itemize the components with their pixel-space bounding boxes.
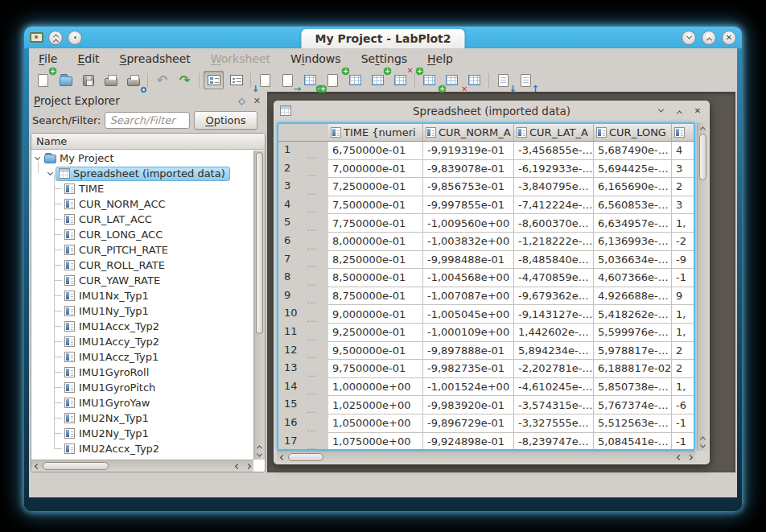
save-project-button[interactable] [78, 71, 98, 89]
cell[interactable]: -9,839078e-01 [423, 160, 514, 179]
cell[interactable]: -9,924898e-01 [423, 433, 514, 452]
row-header[interactable]: 15... [278, 396, 328, 414]
cell[interactable]: -9,896729e-01 [423, 414, 514, 433]
cell[interactable]: -9,998488e-01 [423, 251, 514, 270]
cell[interactable]: 5,084541e-… [594, 433, 672, 452]
cell[interactable]: -7,412224e-… [514, 196, 594, 215]
new-spreadsheet-button[interactable]: + [300, 71, 320, 89]
cell[interactable]: 4,607366e-… [594, 269, 672, 287]
cell[interactable]: 8,250000e-01 [328, 251, 423, 270]
menu-windows[interactable]: Windows [290, 52, 341, 65]
cell[interactable]: 1,050000e+00 [328, 414, 423, 433]
cell[interactable]: -1,000109e+00 [423, 324, 514, 342]
cell[interactable]: -1,003832e+00 [423, 233, 514, 251]
tree-item-column[interactable]: CUR_LONG_ACC [31, 227, 253, 242]
tree-item-column[interactable]: TIME [31, 181, 253, 196]
menu-edit[interactable]: Edit [77, 52, 99, 65]
cell[interactable]: 7,000000e-01 [328, 160, 423, 179]
export-button[interactable]: → [278, 71, 298, 89]
row-header[interactable]: 10... [278, 305, 328, 324]
insert-column-right-button[interactable]: + [368, 71, 388, 89]
expand-arrow-icon[interactable] [47, 170, 53, 175]
tree-item-column[interactable]: IMU1Ny_Typ1 [31, 303, 253, 319]
row-header[interactable]: 16... [278, 414, 328, 433]
cell[interactable]: -9,679362e… [514, 287, 594, 306]
cell[interactable]: 7,500000e-01 [328, 196, 423, 215]
cell[interactable]: 1, [672, 305, 695, 324]
cell[interactable]: 9,000000e-01 [328, 305, 423, 324]
maximize-window-button[interactable] [673, 105, 685, 117]
row-header[interactable]: 14... [278, 378, 328, 397]
sheet-vertical-scrollbar[interactable] [697, 122, 708, 451]
cell[interactable]: -1,009560e+00 [423, 214, 514, 233]
cell[interactable]: 9 [672, 287, 695, 306]
cell[interactable]: -1,004568e+00 [423, 269, 514, 287]
menu-help[interactable]: Help [427, 52, 453, 65]
cell[interactable]: 8,000000e-01 [328, 233, 423, 251]
cell[interactable]: -1 [672, 433, 695, 452]
remove-row-button[interactable]: ✕ [464, 71, 484, 89]
maximize-button[interactable] [702, 31, 716, 45]
redo-button[interactable]: ↷ [175, 71, 195, 89]
cell[interactable]: 7,750000e-01 [328, 214, 423, 233]
cell[interactable]: 5,512563e-… [594, 414, 672, 433]
cell[interactable]: -8,600370e… [514, 214, 594, 233]
cell[interactable]: -9 [672, 251, 695, 270]
sort-ascending-button[interactable]: ↑ [516, 71, 536, 89]
cell[interactable]: 2 [672, 360, 695, 378]
float-panel-button[interactable]: ◇ [238, 96, 245, 106]
cell[interactable]: 5,767374e-… [594, 396, 672, 414]
cell[interactable]: -3,327555e… [514, 414, 594, 433]
close-button[interactable]: ✕ [722, 31, 736, 45]
expand-arrow-icon[interactable] [35, 155, 40, 160]
cell[interactable]: -6 [672, 396, 695, 414]
cell[interactable]: 6,750000e-01 [328, 142, 423, 160]
cell[interactable]: -9,856753e-01 [423, 178, 514, 196]
row-header[interactable]: 4... [278, 196, 328, 215]
cell[interactable]: 5,599976e-… [594, 324, 672, 342]
row-header[interactable]: 3... [278, 178, 328, 196]
tree-item-column[interactable]: CUR_NORM_ACC [31, 196, 253, 212]
options-button[interactable]: Options [194, 111, 257, 130]
cell[interactable]: -3,456855e-… [514, 142, 594, 160]
column-header[interactable] [672, 124, 695, 142]
row-header[interactable]: 1... [278, 142, 328, 160]
keep-above-button[interactable] [48, 31, 63, 45]
cell[interactable]: 5,418262e-… [594, 305, 672, 324]
row-header[interactable]: 6... [278, 233, 328, 251]
tree-item-column[interactable]: IMU1Accx_Typ2 [31, 319, 253, 334]
cell[interactable]: -8,239747e… [514, 433, 594, 452]
cell[interactable]: 6,165690e-… [594, 178, 672, 196]
cell[interactable]: -1,005045e+00 [423, 305, 514, 324]
row-header[interactable]: 11... [278, 324, 328, 342]
import-data-button[interactable]: ↓ [255, 71, 275, 89]
tree-item-column[interactable]: IMU1Accy_Typ2 [31, 334, 253, 349]
toggle-project-explorer-button[interactable] [204, 71, 224, 89]
cell[interactable]: 2 [672, 178, 695, 196]
row-header[interactable]: 13... [278, 360, 328, 378]
row-header[interactable]: 17... [278, 433, 328, 452]
menu-spreadsheet[interactable]: Spreadsheet [120, 52, 191, 65]
sheet-horizontal-scrollbar[interactable] [277, 451, 695, 463]
tree-item-column[interactable]: CUR_LAT_ACC [31, 212, 253, 227]
row-header[interactable]: 9... [278, 287, 328, 306]
tree-horizontal-scrollbar[interactable] [31, 460, 253, 472]
cell[interactable]: -9,983920e-01 [423, 396, 514, 414]
cell[interactable]: 1, [672, 214, 695, 233]
row-header[interactable]: 5... [278, 214, 328, 233]
menu-settings[interactable]: Settings [361, 52, 407, 65]
close-window-button[interactable]: ✕ [692, 105, 703, 117]
tree-item-column[interactable]: IMU1Nx_Typ1 [31, 288, 253, 303]
spreadsheet-window[interactable]: Spreadsheet (imported data) ✕ TIME {nume… [274, 101, 710, 464]
tree-item-column[interactable]: IMU2Ny_Typ1 [31, 426, 253, 441]
cell[interactable]: 4 [672, 142, 695, 160]
cell[interactable]: -9,897888e-01 [423, 342, 514, 361]
cell[interactable]: 1,075000e+00 [328, 433, 423, 452]
cell[interactable]: -8,485840e… [514, 251, 594, 270]
print-button[interactable] [101, 71, 121, 89]
window-menu-button[interactable] [68, 31, 82, 45]
cell[interactable]: 5,850738e-… [594, 378, 672, 397]
tree-item-column[interactable]: IMU2Nx_Typ1 [31, 410, 253, 426]
cell[interactable]: 2 [672, 342, 695, 361]
cell[interactable]: -9,919319e-01 [423, 142, 514, 160]
